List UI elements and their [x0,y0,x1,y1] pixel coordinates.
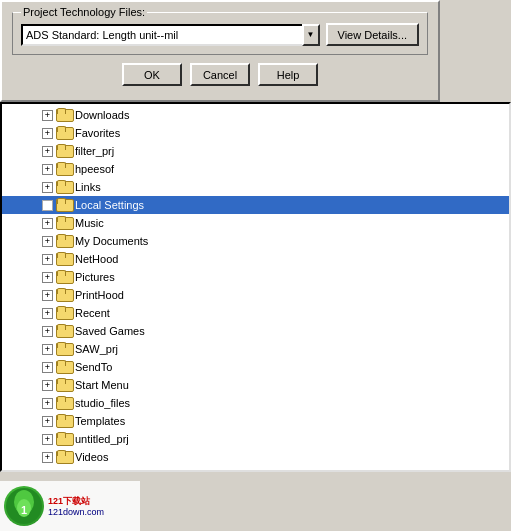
expand-icon[interactable]: + [42,380,53,391]
folder-icon [56,432,72,446]
expand-icon[interactable]: + [42,182,53,193]
folder-icon [56,270,72,284]
list-item[interactable]: +PrintHood [2,286,509,304]
expand-icon[interactable]: + [42,452,53,463]
list-item[interactable]: +My Documents [2,232,509,250]
list-item[interactable]: +Music [2,214,509,232]
folder-icon [56,360,72,374]
tree-item-label: Videos [75,451,108,463]
list-item[interactable]: +filter_prj [2,142,509,160]
expand-icon[interactable]: + [42,200,53,211]
folder-icon [56,126,72,140]
list-item[interactable]: +untitled_prj [2,430,509,448]
folder-icon [56,342,72,356]
tree-item-label: Favorites [75,127,120,139]
tree-item-label: SendTo [75,361,112,373]
expand-icon[interactable]: + [42,398,53,409]
folder-icon [56,450,72,464]
tree-item-label: Links [75,181,101,193]
tree-item-label: My Documents [75,235,148,247]
tree-item-label: Music [75,217,104,229]
folder-icon [56,162,72,176]
folder-icon [56,414,72,428]
expand-icon[interactable]: + [42,164,53,175]
expand-icon[interactable]: + [42,236,53,247]
project-tech-group: Project Technology Files: ADS Standard: … [12,12,428,55]
list-item[interactable]: +Pictures [2,268,509,286]
list-item[interactable]: +studio_files [2,394,509,412]
list-item[interactable]: +hpeesof [2,160,509,178]
tree-item-label: PrintHood [75,289,124,301]
tree-item-label: hpeesof [75,163,114,175]
tree-item-label: Recent [75,307,110,319]
tree-item-label: Saved Games [75,325,145,337]
list-item[interactable]: +Templates [2,412,509,430]
tree-item-label: Local Settings [75,199,144,211]
folder-icon [56,306,72,320]
tree-item-label: Downloads [75,109,129,121]
watermark-logo: 1 [4,486,44,526]
help-button[interactable]: Help [258,63,318,86]
expand-icon[interactable]: + [42,272,53,283]
list-item[interactable]: +Recent [2,304,509,322]
tree-item-label: untitled_prj [75,433,129,445]
folder-icon [56,198,72,212]
chevron-down-icon[interactable]: ▼ [302,24,320,46]
folder-icon [56,180,72,194]
group-label: Project Technology Files: [21,6,147,18]
folder-icon [56,378,72,392]
tree-item-label: studio_files [75,397,130,409]
ok-button[interactable]: OK [122,63,182,86]
expand-icon[interactable]: + [42,344,53,355]
svg-text:1: 1 [21,504,27,516]
list-item[interactable]: +Local Settings [2,196,509,214]
expand-icon[interactable]: + [42,128,53,139]
expand-icon[interactable]: + [42,146,53,157]
tree-item-label: Templates [75,415,125,427]
expand-icon[interactable]: + [42,290,53,301]
expand-icon[interactable]: + [42,308,53,319]
folder-icon [56,234,72,248]
expand-icon[interactable]: + [42,326,53,337]
expand-icon[interactable]: + [42,254,53,265]
tree-item-label: Pictures [75,271,115,283]
folder-icon [56,396,72,410]
tree-item-label: Start Menu [75,379,129,391]
folder-icon [56,288,72,302]
folder-icon [56,144,72,158]
expand-icon[interactable]: + [42,434,53,445]
watermark-number: 121下载站 [48,495,104,508]
watermark-url: 121down.com [48,507,104,517]
tree-item-label: filter_prj [75,145,114,157]
expand-icon[interactable]: + [42,416,53,427]
list-item[interactable]: +NetHood [2,250,509,268]
tree-area: +Downloads+Favorites+filter_prj+hpeesof+… [0,102,511,472]
list-item[interactable]: +SendTo [2,358,509,376]
list-item[interactable]: +Start Menu [2,376,509,394]
technology-dropdown[interactable]: ADS Standard: Length unit--milADS Standa… [21,24,320,46]
folder-icon [56,216,72,230]
list-item[interactable]: +Favorites [2,124,509,142]
list-item[interactable]: +Videos [2,448,509,466]
folder-icon [56,108,72,122]
list-item[interactable]: +Downloads [2,106,509,124]
dropdown-container: ADS Standard: Length unit--milADS Standa… [21,24,320,46]
expand-icon[interactable]: + [42,110,53,121]
tree-item-label: NetHood [75,253,118,265]
tree-item-label: SAW_prj [75,343,118,355]
list-item[interactable]: +Links [2,178,509,196]
list-item[interactable]: +SAW_prj [2,340,509,358]
folder-icon [56,252,72,266]
watermark: 1 121下载站 121down.com [0,481,140,531]
list-item[interactable]: +Saved Games [2,322,509,340]
expand-icon[interactable]: + [42,362,53,373]
cancel-button[interactable]: Cancel [190,63,250,86]
folder-icon [56,324,72,338]
view-details-button[interactable]: View Details... [326,23,420,46]
dialog-area: Project Technology Files: ADS Standard: … [0,0,440,102]
dialog-button-row: OK Cancel Help [12,63,428,86]
expand-icon[interactable]: + [42,218,53,229]
